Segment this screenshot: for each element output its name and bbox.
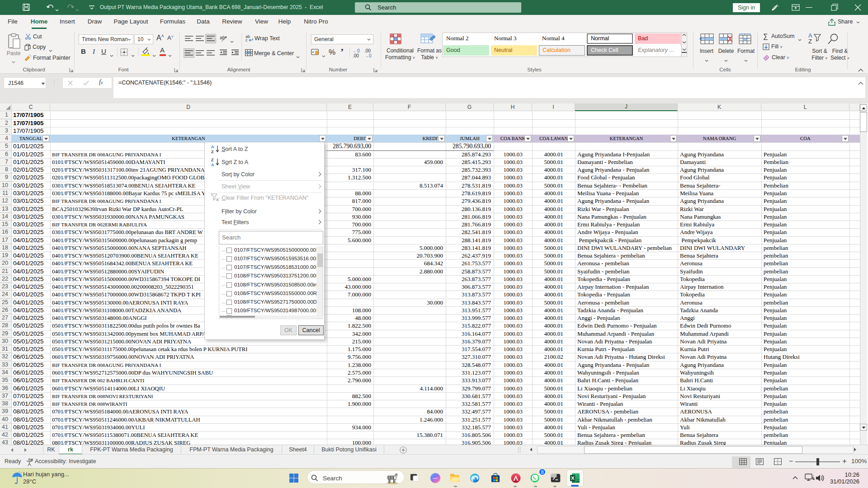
svg-text:c: c xyxy=(245,38,248,42)
svg-text:ab: ab xyxy=(220,35,225,40)
svg-text:¤: ¤ xyxy=(312,50,314,54)
